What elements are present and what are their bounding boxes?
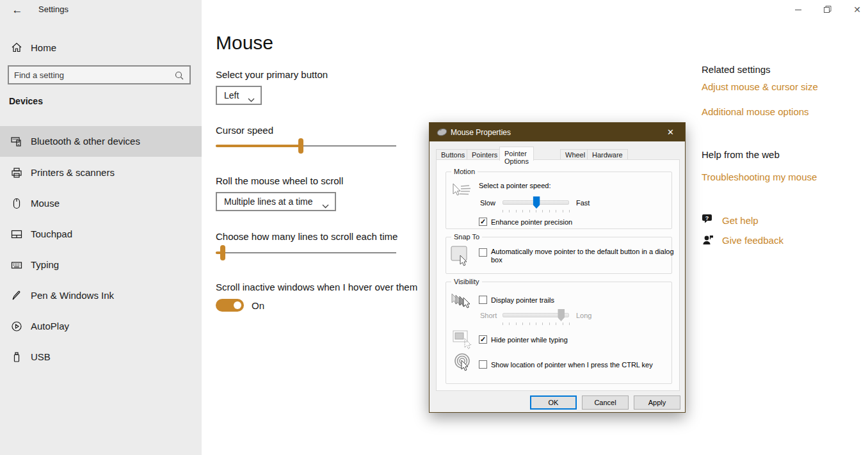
home-icon: [10, 41, 23, 56]
get-help-icon: ?: [702, 214, 714, 228]
sidebar-item-label: AutoPlay: [31, 321, 69, 331]
toggle-state-label: On: [252, 300, 264, 311]
pointer-speed-thumb[interactable]: [533, 196, 540, 209]
lines-scroll-slider[interactable]: [216, 245, 396, 260]
close-button[interactable]: ✕: [845, 0, 868, 19]
cancel-button[interactable]: Cancel: [582, 395, 629, 410]
sidebar-item-printers[interactable]: Printers & scanners: [0, 157, 202, 188]
sidebar-item-mouse[interactable]: Mouse: [0, 188, 202, 219]
touchpad-icon: [10, 228, 23, 243]
hide-pointer-label: Hide pointer while typing: [491, 336, 568, 344]
pointer-trails-label: Display pointer trails: [491, 296, 554, 304]
snap-to-checkbox[interactable]: [479, 248, 487, 257]
motion-group-label: Motion: [451, 168, 478, 175]
pointer-speed-ticks: [502, 210, 570, 212]
snap-to-group-label: Snap To: [451, 233, 482, 241]
search-icon[interactable]: [174, 70, 184, 83]
inactive-scroll-label: Scroll inactive windows when I hover ove…: [216, 282, 417, 292]
usb-icon: [10, 351, 23, 365]
back-button[interactable]: ←: [8, 3, 27, 18]
pointer-location-icon: [453, 353, 474, 376]
devices-section-heading: Devices: [9, 96, 43, 106]
visibility-group: Visibility Display pointer trails Short …: [446, 282, 672, 384]
get-help-link[interactable]: Get help: [722, 215, 759, 226]
sidebar-item-label: Touchpad: [31, 228, 72, 239]
sidebar-item-autoplay[interactable]: AutoPlay: [0, 311, 202, 342]
sidebar-item-label: Printers & scanners: [31, 167, 115, 178]
give-feedback-link[interactable]: Give feedback: [722, 235, 784, 246]
link-troubleshooting-my-mouse[interactable]: Troubleshooting my mouse: [702, 172, 817, 182]
dialog-titlebar[interactable]: Mouse Properties ✕: [430, 123, 685, 141]
pointer-speed-label: Select a pointer speed:: [479, 182, 551, 189]
long-label: Long: [576, 312, 591, 319]
enhance-precision-label: Enhance pointer precision: [491, 218, 572, 226]
sidebar-item-usb[interactable]: USB: [0, 342, 202, 372]
sidebar-item-label: Bluetooth & other devices: [31, 136, 140, 147]
pointer-trails-checkbox[interactable]: [479, 296, 487, 304]
fast-label: Fast: [576, 199, 590, 207]
toggle-knob: [234, 301, 241, 309]
sidebar-item-typing[interactable]: Typing: [0, 250, 202, 280]
close-icon: ✕: [853, 4, 861, 15]
pointer-trails-icon: [449, 291, 474, 314]
chevron-down-icon: [322, 200, 329, 211]
search-box: [8, 65, 191, 84]
restore-button[interactable]: [816, 0, 840, 19]
mouse-properties-dialog: Mouse Properties ✕ Buttons Pointers Poin…: [429, 122, 686, 413]
primary-button-label: Select your primary button: [216, 69, 328, 80]
tab-buttons[interactable]: Buttons: [436, 149, 470, 160]
slider-track[interactable]: [216, 252, 396, 253]
sidebar-item-label: Mouse: [31, 198, 60, 209]
primary-button-value: Left: [224, 90, 239, 100]
apply-button[interactable]: Apply: [634, 395, 680, 410]
tab-hardware[interactable]: Hardware: [587, 149, 628, 160]
sidebar-item-label: USB: [31, 351, 51, 362]
dialog-close-icon[interactable]: ✕: [656, 123, 685, 141]
link-adjust-mouse-cursor-size[interactable]: Adjust mouse & cursor size: [702, 81, 818, 92]
sidebar-item-home[interactable]: Home: [0, 36, 202, 59]
tab-pointer-options[interactable]: Pointer Options: [499, 147, 534, 161]
minimize-icon: [795, 6, 802, 13]
visibility-group-label: Visibility: [451, 278, 482, 285]
slider-thumb[interactable]: [220, 245, 225, 260]
tab-wheel[interactable]: Wheel: [560, 149, 590, 160]
sidebar-item-touchpad[interactable]: Touchpad: [0, 219, 202, 250]
wheel-scroll-select[interactable]: Multiple lines at a time: [216, 192, 336, 211]
pointer-location-checkbox[interactable]: [479, 360, 487, 369]
pointer-speed-icon: [451, 182, 472, 202]
slow-label: Slow: [480, 199, 495, 207]
link-additional-mouse-options[interactable]: Additional mouse options: [702, 106, 809, 117]
app-title: Settings: [38, 4, 68, 14]
mouse-icon: [10, 197, 23, 212]
autoplay-icon: [10, 320, 23, 335]
dialog-title: Mouse Properties: [451, 128, 511, 137]
give-feedback-icon: [702, 234, 714, 248]
related-settings-heading: Related settings: [702, 64, 771, 75]
wheel-scroll-label: Roll the mouse wheel to scroll: [216, 175, 343, 186]
search-input[interactable]: [14, 67, 168, 83]
slider-thumb[interactable]: [298, 138, 303, 154]
cursor-speed-label: Cursor speed: [216, 125, 273, 136]
help-from-web-heading: Help from the web: [702, 149, 780, 160]
inactive-scroll-toggle[interactable]: [216, 299, 244, 312]
slider-fill: [216, 145, 301, 147]
page-title: Mouse: [216, 32, 273, 54]
sidebar-item-pen[interactable]: Pen & Windows Ink: [0, 280, 202, 311]
hide-pointer-checkbox[interactable]: ✓: [479, 335, 487, 344]
primary-button-select[interactable]: Left: [216, 86, 262, 105]
hide-pointer-icon: [452, 330, 474, 351]
tab-pointers[interactable]: Pointers: [467, 149, 502, 160]
trail-length-thumb: [558, 309, 565, 321]
cursor-speed-slider[interactable]: [216, 138, 396, 154]
chevron-down-icon: [248, 94, 255, 104]
sidebar-item-bluetooth[interactable]: Bluetooth & other devices: [0, 126, 202, 157]
pointer-options-panel: Motion Select a pointer speed: Slow Fast…: [436, 159, 680, 391]
snap-to-icon: [450, 245, 473, 269]
enhance-precision-checkbox[interactable]: ✓: [479, 218, 487, 226]
minimize-button[interactable]: [786, 0, 810, 19]
pen-icon: [10, 289, 23, 304]
ok-button[interactable]: OK: [530, 395, 577, 410]
trail-length-ticks: [502, 323, 570, 325]
pointer-location-label: Show location of pointer when I press th…: [491, 361, 653, 369]
keyboard-icon: [10, 259, 23, 273]
